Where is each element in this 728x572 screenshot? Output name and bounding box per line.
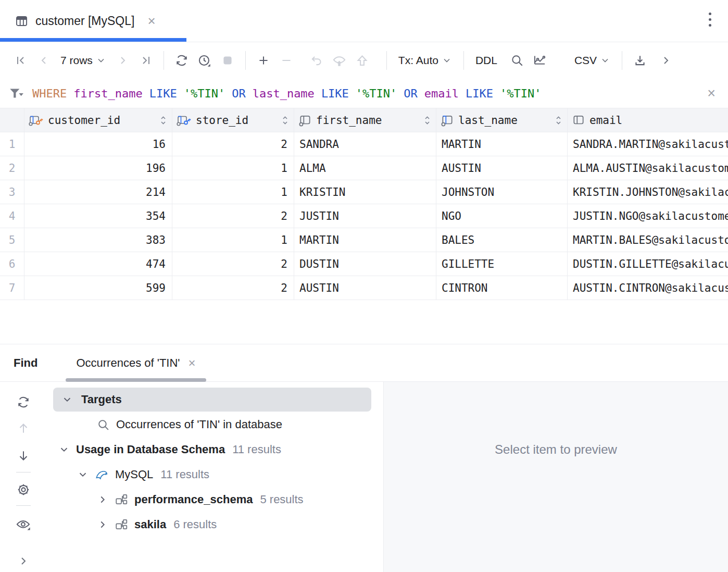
cell-first-name[interactable]: SANDRA xyxy=(294,132,436,156)
strip-separator xyxy=(16,505,31,506)
tab-options-kebab-icon[interactable] xyxy=(709,13,711,27)
column-header-email[interactable]: email xyxy=(568,108,728,132)
cell-email[interactable]: JUSTIN.NGO@sakilacustomer.org xyxy=(568,204,728,228)
previous-page-button[interactable] xyxy=(32,49,55,72)
cell-email[interactable]: AUSTIN.CINTRON@sakilacustomer.org xyxy=(568,276,728,300)
cell-last-name[interactable]: MARTIN xyxy=(436,132,568,156)
column-header-customer-id[interactable]: customer_id xyxy=(24,108,172,132)
cell-first-name[interactable]: ALMA xyxy=(294,156,436,180)
row-number[interactable]: 2 xyxy=(0,156,24,180)
reload-data-icon[interactable] xyxy=(170,49,193,72)
cell-last-name[interactable]: NGO xyxy=(436,204,568,228)
settings-gear-icon[interactable] xyxy=(16,482,31,497)
row-number[interactable]: 1 xyxy=(0,132,24,156)
cell-store-id[interactable]: 1 xyxy=(172,228,294,252)
preview-placeholder-text: Select item to preview xyxy=(495,442,617,572)
next-occurrence-icon[interactable] xyxy=(17,449,30,463)
cell-store-id[interactable]: 2 xyxy=(172,276,294,300)
filter-bar: WHEREfirst_nameLIKE'%TIN'ORlast_nameLIKE… xyxy=(0,79,728,108)
selected-tree-row[interactable]: Targets xyxy=(53,388,371,412)
cell-store-id[interactable]: 2 xyxy=(172,132,294,156)
cell-store-id[interactable]: 2 xyxy=(172,252,294,276)
more-toolbar-chevron-icon[interactable] xyxy=(655,49,677,72)
column-header-last-name[interactable]: last_name xyxy=(436,108,568,132)
find-in-grid-icon[interactable] xyxy=(506,49,529,72)
cell-first-name[interactable]: JUSTIN xyxy=(294,204,436,228)
cell-last-name[interactable]: GILLETTE xyxy=(436,252,568,276)
cell-email[interactable]: SANDRA.MARTIN@sakilacustomer.org xyxy=(568,132,728,156)
ddl-button[interactable]: DDL xyxy=(470,54,503,67)
indexed-key-column-icon xyxy=(177,114,192,127)
page-size-label: 7 rows xyxy=(60,54,93,67)
next-page-button[interactable] xyxy=(111,49,134,72)
expand-strip-chevron-icon[interactable] xyxy=(17,555,30,567)
cell-last-name[interactable]: BALES xyxy=(436,228,568,252)
cell-customer-id[interactable]: 354 xyxy=(24,204,172,228)
find-results-tab[interactable]: Occurrences of 'TIN' × xyxy=(66,344,206,381)
cell-email[interactable]: ALMA.AUSTIN@sakilacustomer.org xyxy=(568,156,728,180)
toolbar-separator xyxy=(164,51,164,70)
column-header-first-name[interactable]: first_name xyxy=(294,108,436,132)
export-download-icon[interactable] xyxy=(629,49,651,72)
table-row: 7 599 2 AUSTIN CINTRON AUSTIN.CINTRON@sa… xyxy=(0,276,728,300)
filter-close-icon[interactable]: × xyxy=(707,85,716,102)
find-tab-close-icon[interactable]: × xyxy=(189,356,196,370)
cell-last-name[interactable]: CINTRON xyxy=(436,276,568,300)
cell-first-name[interactable]: KRISTIN xyxy=(294,180,436,204)
tab-customer-mysql[interactable]: customer [MySQL] × xyxy=(0,0,156,42)
cell-store-id[interactable]: 1 xyxy=(172,156,294,180)
tree-item-performance-schema[interactable]: performance_schema 5 results xyxy=(47,487,383,512)
cell-store-id[interactable]: 1 xyxy=(172,180,294,204)
row-number[interactable]: 5 xyxy=(0,228,24,252)
cell-last-name[interactable]: AUSTIN xyxy=(436,156,568,180)
column-header-store-id[interactable]: store_id xyxy=(172,108,294,132)
tab-close-icon[interactable]: × xyxy=(147,14,155,28)
row-number[interactable]: 7 xyxy=(0,276,24,300)
rerun-search-icon[interactable] xyxy=(17,395,30,409)
where-filter-input[interactable]: WHEREfirst_nameLIKE'%TIN'ORlast_nameLIKE… xyxy=(32,87,548,100)
first-page-button[interactable] xyxy=(9,49,32,72)
row-number[interactable]: 6 xyxy=(0,252,24,276)
cell-customer-id[interactable]: 196 xyxy=(24,156,172,180)
stop-query-button xyxy=(216,49,239,72)
tree-item-usage-group[interactable]: Usage in Database Schema 11 results xyxy=(47,437,383,462)
export-format-selector[interactable]: CSV xyxy=(569,54,616,67)
cell-store-id[interactable]: 2 xyxy=(172,204,294,228)
table-row: 3 214 1 KRISTIN JOHNSTON KRISTIN.JOHNSTO… xyxy=(0,180,728,204)
cell-customer-id[interactable]: 599 xyxy=(24,276,172,300)
result-toolbar: 7 rows xyxy=(0,42,728,79)
tree-item-search-target[interactable]: Occurrences of 'TIN' in database xyxy=(47,412,383,437)
chevron-down-icon xyxy=(58,444,70,455)
tree-item-targets[interactable]: Targets xyxy=(47,387,383,412)
plot-chart-icon[interactable] xyxy=(529,49,551,72)
revert-changes-icon xyxy=(305,49,328,72)
query-history-clock-icon[interactable] xyxy=(193,49,216,72)
cell-email[interactable]: MARTIN.BALES@sakilacustomer.org xyxy=(568,228,728,252)
sql-token: OR xyxy=(232,87,246,100)
find-body: Targets Occurrences of 'TIN' in database… xyxy=(0,382,728,572)
cell-last-name[interactable]: JOHNSTON xyxy=(436,180,568,204)
find-tab-label: Occurrences of 'TIN' xyxy=(76,356,180,370)
cell-first-name[interactable]: DUSTIN xyxy=(294,252,436,276)
cell-customer-id[interactable]: 383 xyxy=(24,228,172,252)
cell-email[interactable]: DUSTIN.GILLETTE@sakilacustomer.org xyxy=(568,252,728,276)
tree-item-mysql[interactable]: MySQL 11 results xyxy=(47,462,383,487)
cell-customer-id[interactable]: 16 xyxy=(24,132,172,156)
preview-eye-icon[interactable] xyxy=(16,517,31,532)
tree-item-sakila[interactable]: sakila 6 results xyxy=(47,512,383,537)
cell-first-name[interactable]: AUSTIN xyxy=(294,276,436,300)
ddl-label: DDL xyxy=(475,54,497,67)
filter-funnel-icon[interactable] xyxy=(8,86,24,101)
cell-email[interactable]: KRISTIN.JOHNSTON@sakilacustomer.org xyxy=(568,180,728,204)
transaction-mode-selector[interactable]: Tx: Auto xyxy=(393,54,457,67)
row-number[interactable]: 3 xyxy=(0,180,24,204)
cell-first-name[interactable]: MARTIN xyxy=(294,228,436,252)
cell-customer-id[interactable]: 474 xyxy=(24,252,172,276)
page-size-selector[interactable]: 7 rows xyxy=(55,54,111,67)
sql-token: last_name xyxy=(253,87,315,100)
add-row-button[interactable] xyxy=(252,49,275,72)
last-page-button[interactable] xyxy=(134,49,157,72)
sql-token: first_name xyxy=(73,87,142,100)
cell-customer-id[interactable]: 214 xyxy=(24,180,172,204)
row-number[interactable]: 4 xyxy=(0,204,24,228)
